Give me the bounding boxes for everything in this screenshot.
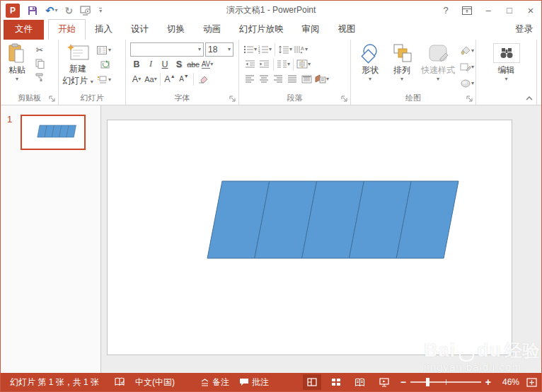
customize-qat-button[interactable]: ▾ <box>99 8 102 13</box>
maximize-button[interactable]: □ <box>499 1 520 20</box>
align-left-button[interactable] <box>243 72 256 86</box>
italic-button[interactable]: I <box>144 57 157 71</box>
zoom-slider-thumb[interactable] <box>426 378 429 386</box>
redo-button[interactable]: ↻ <box>65 5 74 16</box>
sign-in-link[interactable]: 登录 <box>507 20 541 40</box>
tab-design[interactable]: 设计 <box>122 20 158 40</box>
align-right-button[interactable] <box>272 72 284 86</box>
align-text-button[interactable]: ▾ <box>296 57 311 71</box>
change-case-button[interactable]: Aa▾ <box>144 72 157 86</box>
slideshow-view-button[interactable] <box>375 374 393 390</box>
slide-editing-surface[interactable] <box>107 120 512 355</box>
tab-slideshow[interactable]: 幻灯片放映 <box>230 20 293 40</box>
cut-button[interactable]: ✂ <box>33 43 46 57</box>
ribbon-display-options-button[interactable] <box>456 1 478 20</box>
text-shadow-button[interactable]: S <box>173 57 185 71</box>
zoom-slider[interactable] <box>410 381 481 383</box>
shape-fill-button[interactable]: ▾ <box>460 44 474 57</box>
distribute-columns-button[interactable] <box>300 72 313 86</box>
decrease-indent-button[interactable] <box>243 57 256 71</box>
tab-insert[interactable]: 插入 <box>86 20 122 40</box>
format-painter-button[interactable] <box>33 70 46 83</box>
close-button[interactable]: × <box>520 1 541 20</box>
decrease-indent-icon <box>245 60 255 68</box>
undo-button[interactable]: ↶▾ <box>45 4 58 17</box>
smartart-icon <box>314 74 326 83</box>
text-direction-icon: A <box>294 45 305 54</box>
tab-file[interactable]: 文件 <box>4 20 44 40</box>
tab-animations[interactable]: 动画 <box>194 20 230 40</box>
zoom-in-button[interactable]: + <box>485 376 491 388</box>
slide-indicator[interactable]: 幻灯片 第 1 张，共 1 张 <box>5 373 104 391</box>
new-slide-button[interactable]: 新建 幻灯片 ▾ <box>59 42 97 87</box>
ribbon-tabs: 文件 开始 插入 设计 切换 动画 幻灯片放映 审阅 视图 登录 <box>1 20 541 40</box>
paste-button[interactable]: 粘贴 ▾ <box>1 42 33 83</box>
reset-button[interactable] <box>97 58 111 71</box>
format-painter-icon <box>35 72 45 81</box>
collapse-ribbon-button[interactable] <box>526 96 533 100</box>
minimize-button[interactable]: – <box>478 1 499 20</box>
editing-button[interactable]: 编辑 ▾ <box>476 42 536 82</box>
clear-formatting-button[interactable] <box>197 72 209 86</box>
numbering-button[interactable]: 123 ▾ <box>258 42 272 56</box>
convert-to-smartart-button[interactable]: ▾ <box>314 72 329 86</box>
columns-button[interactable]: ▾ <box>277 57 290 71</box>
copy-button[interactable] <box>33 57 46 70</box>
shape-fill-icon <box>460 46 471 55</box>
bold-button[interactable]: B <box>130 57 143 71</box>
character-spacing-button[interactable]: AV▾ <box>201 57 214 71</box>
strikethrough-button[interactable]: abc <box>187 57 200 71</box>
line-spacing-icon <box>278 45 289 54</box>
parallelogram-shapes[interactable] <box>108 120 512 354</box>
tab-home[interactable]: 开始 <box>48 19 86 40</box>
increase-font-size-button[interactable]: A▲ <box>163 72 176 86</box>
normal-view-button[interactable] <box>303 374 321 390</box>
align-right-icon <box>273 75 283 83</box>
font-size-combobox[interactable]: 18▾ <box>205 42 233 57</box>
reading-view-button[interactable] <box>351 374 369 390</box>
tab-review[interactable]: 审阅 <box>293 20 329 40</box>
group-editing: 编辑 ▾ <box>476 40 537 105</box>
font-name-combobox[interactable]: ▾ <box>130 42 204 57</box>
layout-button[interactable]: ▾ <box>97 43 111 57</box>
zoom-out-button[interactable]: − <box>400 376 406 388</box>
paragraph-group-label: 段落 <box>239 93 350 103</box>
fit-slide-to-window-button[interactable] <box>526 378 537 387</box>
clipboard-dialog-launcher[interactable] <box>49 96 56 103</box>
justify-button[interactable] <box>286 72 299 86</box>
language-indicator[interactable]: 中文(中国) <box>130 373 180 391</box>
quick-styles-button[interactable]: 快速样式 ▾ <box>417 42 459 90</box>
undo-dropdown[interactable]: ▾ <box>55 7 58 13</box>
tab-view[interactable]: 视图 <box>329 20 365 40</box>
notes-button[interactable]: 备注 <box>195 373 234 391</box>
shapes-button[interactable]: 形状 ▾ <box>354 42 386 90</box>
arrange-button[interactable]: 排列 ▾ <box>386 42 417 90</box>
save-button[interactable] <box>27 5 38 16</box>
layout-icon <box>97 46 108 54</box>
decrease-font-size-button[interactable]: A▼ <box>178 72 190 86</box>
zoom-level[interactable]: 46% <box>495 377 519 387</box>
line-spacing-button[interactable]: ▾ <box>278 42 292 56</box>
section-button[interactable]: ▾ <box>97 73 111 86</box>
slide-thumbnail[interactable] <box>21 115 86 150</box>
new-slide-icon <box>66 43 90 63</box>
shape-effects-button[interactable]: ▾ <box>460 76 474 90</box>
help-button[interactable]: ? <box>435 1 456 20</box>
increase-indent-button[interactable] <box>258 57 270 71</box>
bullets-button[interactable]: ▾ <box>243 42 257 56</box>
align-center-button[interactable] <box>258 72 270 86</box>
drawing-group-label: 绘图 <box>351 93 475 103</box>
comments-button[interactable]: 批注 <box>234 373 274 391</box>
text-direction-button[interactable]: A ▾ <box>294 42 308 56</box>
underline-button[interactable]: U <box>158 57 171 71</box>
spell-check-button[interactable] <box>110 373 130 391</box>
font-dialog-launcher[interactable] <box>229 96 236 103</box>
drawing-dialog-launcher[interactable] <box>466 96 473 103</box>
status-bar: 幻灯片 第 1 张，共 1 张 中文(中国) 备注 批注 <box>1 373 541 391</box>
paragraph-dialog-launcher[interactable] <box>341 96 348 103</box>
slide-sorter-view-button[interactable] <box>327 374 345 390</box>
tab-transitions[interactable]: 切换 <box>158 20 194 40</box>
font-color-button[interactable]: A▾ <box>130 72 143 86</box>
start-slideshow-button[interactable] <box>80 6 92 16</box>
shape-outline-button[interactable]: ▾ <box>460 60 474 74</box>
